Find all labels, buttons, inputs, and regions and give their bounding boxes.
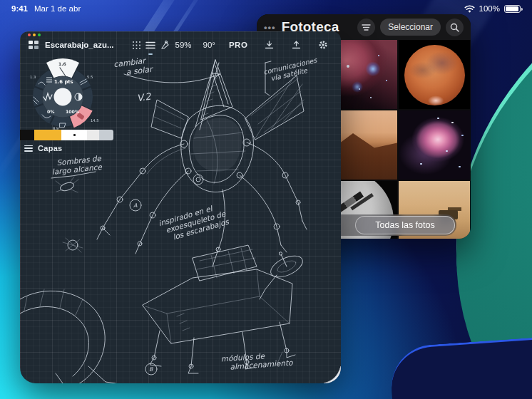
search-button[interactable] bbox=[446, 19, 464, 36]
filter-button[interactable] bbox=[357, 19, 375, 36]
search-icon bbox=[450, 23, 459, 32]
grid-dots-icon bbox=[132, 41, 141, 50]
status-bar: 9:41 Mar 1 de abr 100% bbox=[0, 0, 532, 17]
window-traffic-lights[interactable] bbox=[28, 33, 41, 36]
annotation-solar: cambiar a solar bbox=[113, 56, 153, 79]
color-swatch-bar bbox=[20, 130, 113, 140]
layers-button[interactable]: Capas bbox=[24, 144, 63, 152]
annotation-shadow: Sombras de largo alcance bbox=[56, 154, 103, 176]
annotation-storage: módulos de almacenamiento bbox=[220, 350, 293, 372]
photo-thumbnail-orion[interactable] bbox=[399, 110, 470, 180]
wifi-icon bbox=[464, 5, 475, 13]
size-label: 5.5 bbox=[87, 75, 93, 79]
layers-label: Capas bbox=[38, 144, 63, 152]
battery-percent: 100% bbox=[479, 4, 500, 13]
opacity-min-label: 0% bbox=[47, 109, 55, 114]
minimize-icon[interactable] bbox=[33, 33, 36, 36]
swatch-black[interactable] bbox=[20, 130, 34, 140]
export-button[interactable] bbox=[287, 37, 305, 53]
swatch-gray[interactable] bbox=[99, 130, 113, 140]
settings-button[interactable] bbox=[314, 37, 332, 53]
vector-nib-button[interactable] bbox=[160, 37, 170, 53]
selected-size-label: 1.6 bbox=[58, 61, 66, 66]
import-icon bbox=[265, 41, 274, 50]
close-icon[interactable] bbox=[28, 33, 31, 36]
battery-icon bbox=[504, 5, 521, 13]
canvas-rotation[interactable]: 90° bbox=[200, 41, 219, 49]
tools-panel-button[interactable] bbox=[145, 37, 155, 53]
date: Mar 1 de abr bbox=[34, 4, 81, 13]
swatch-white-selected[interactable] bbox=[61, 130, 87, 140]
swatch-yellow[interactable] bbox=[34, 130, 61, 140]
sketch-app-window: Escarabajo_azu... 59% 90° bbox=[20, 31, 341, 383]
marker-a: A bbox=[133, 202, 138, 209]
swatch-light-gray[interactable] bbox=[87, 130, 99, 140]
opacity-max-label: 100% bbox=[66, 109, 79, 114]
annotation-comms: comunicaciones vía satélite bbox=[263, 57, 319, 84]
marker-b: B bbox=[149, 366, 153, 373]
sketch-toolbar: Escarabajo_azu... 59% 90° bbox=[20, 36, 341, 54]
tab-todas-las-fotos[interactable]: Todas las fotos bbox=[355, 216, 455, 234]
size-label: 1.3 bbox=[30, 75, 36, 79]
tool-wheel[interactable]: 1.6 1.6 pts 0% 100% 1.3 5.5 14.5 8.9 bbox=[23, 57, 103, 137]
grid-menu-button[interactable] bbox=[132, 37, 141, 53]
layers-icon bbox=[24, 145, 33, 152]
select-button[interactable]: Seleccionar bbox=[380, 19, 441, 36]
annotation-version: V.2 bbox=[136, 92, 152, 105]
zoom-window-icon[interactable] bbox=[38, 33, 41, 36]
export-icon bbox=[292, 41, 301, 50]
list-icon bbox=[145, 41, 155, 49]
zoom-level[interactable]: 59% bbox=[172, 41, 195, 49]
size-label: 14.5 bbox=[91, 118, 99, 123]
pro-badge[interactable]: PRO bbox=[223, 41, 253, 49]
annotation-inspired: inspirado en el exoesqueleto de los esca… bbox=[158, 201, 230, 244]
clock: 9:41 bbox=[11, 4, 28, 13]
app-logo-icon bbox=[29, 41, 39, 49]
filter-icon bbox=[362, 24, 371, 31]
gear-icon bbox=[318, 40, 328, 50]
pen-nib-icon bbox=[160, 41, 170, 50]
photo-thumbnail-marte[interactable] bbox=[399, 40, 470, 109]
wheel-center-button bbox=[54, 88, 72, 106]
document-title[interactable]: Escarabajo_azu... bbox=[45, 41, 114, 49]
stroke-size-label: 1.6 pts bbox=[54, 79, 73, 85]
import-button[interactable] bbox=[260, 37, 278, 53]
